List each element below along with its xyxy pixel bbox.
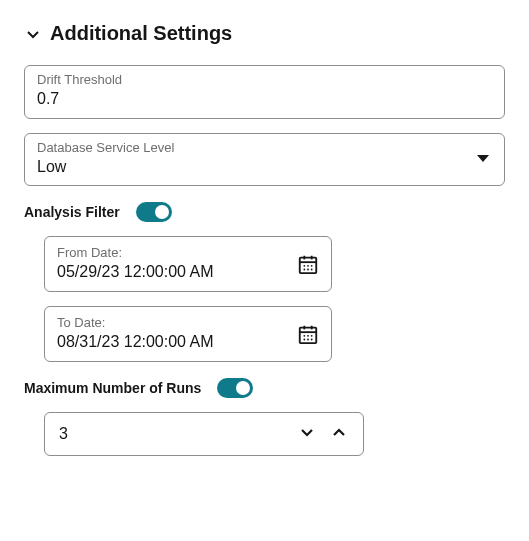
calendar-icon[interactable] bbox=[297, 323, 319, 345]
from-date-label: From Date: bbox=[57, 245, 297, 262]
to-date-label: To Date: bbox=[57, 315, 297, 332]
svg-point-5 bbox=[303, 265, 305, 267]
section-title: Additional Settings bbox=[50, 22, 232, 45]
max-runs-toggle[interactable] bbox=[217, 378, 253, 398]
chevron-down-icon bbox=[24, 25, 42, 43]
db-service-level-field[interactable]: Database Service Level Low bbox=[24, 133, 505, 187]
svg-point-19 bbox=[307, 338, 309, 340]
svg-point-7 bbox=[311, 265, 313, 267]
stepper-down-button[interactable] bbox=[291, 418, 323, 450]
caret-down-icon bbox=[476, 151, 490, 169]
from-date-value: 05/29/23 12:00:00 AM bbox=[57, 262, 297, 283]
svg-point-9 bbox=[307, 269, 309, 271]
drift-threshold-label: Drift Threshold bbox=[37, 72, 492, 89]
svg-point-18 bbox=[303, 338, 305, 340]
to-date-value: 08/31/23 12:00:00 AM bbox=[57, 332, 297, 353]
db-service-level-label: Database Service Level bbox=[37, 140, 492, 157]
drift-threshold-input[interactable] bbox=[37, 89, 492, 110]
svg-point-6 bbox=[307, 265, 309, 267]
max-runs-stepper[interactable] bbox=[44, 412, 364, 456]
svg-point-16 bbox=[307, 335, 309, 337]
section-toggle[interactable]: Additional Settings bbox=[24, 22, 505, 45]
from-date-field[interactable]: From Date: 05/29/23 12:00:00 AM bbox=[44, 236, 332, 292]
db-service-level-value: Low bbox=[37, 157, 492, 178]
drift-threshold-field[interactable]: Drift Threshold bbox=[24, 65, 505, 119]
max-runs-label: Maximum Number of Runs bbox=[24, 380, 201, 396]
stepper-up-button[interactable] bbox=[323, 418, 355, 450]
to-date-field[interactable]: To Date: 08/31/23 12:00:00 AM bbox=[44, 306, 332, 362]
max-runs-input[interactable] bbox=[59, 425, 291, 443]
chevron-down-icon bbox=[299, 424, 315, 443]
svg-point-8 bbox=[303, 269, 305, 271]
svg-marker-0 bbox=[477, 155, 489, 162]
svg-point-20 bbox=[311, 338, 313, 340]
analysis-filter-label: Analysis Filter bbox=[24, 204, 120, 220]
analysis-filter-toggle[interactable] bbox=[136, 202, 172, 222]
svg-point-15 bbox=[303, 335, 305, 337]
svg-point-10 bbox=[311, 269, 313, 271]
svg-point-17 bbox=[311, 335, 313, 337]
chevron-up-icon bbox=[331, 424, 347, 443]
calendar-icon[interactable] bbox=[297, 253, 319, 275]
